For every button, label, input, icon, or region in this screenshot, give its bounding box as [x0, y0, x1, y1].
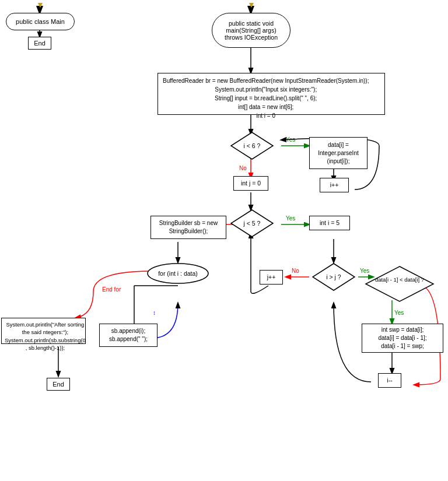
node-int-i5: int i = 5: [309, 216, 350, 230]
svg-text:Yes: Yes: [286, 215, 295, 222]
node-data-i: data[i] = Integer.parseInt (input[i]);: [309, 137, 368, 169]
node-int-j0: int j = 0: [233, 176, 268, 191]
svg-text:No: No: [292, 268, 299, 274]
svg-text:for (int i : data): for (int i : data): [158, 270, 198, 277]
svg-text:Yes: Yes: [286, 136, 295, 143]
svg-text:Yes: Yes: [394, 310, 404, 316]
node-inc-j: j++: [260, 270, 283, 285]
node-loop-for: for (int i : data): [146, 262, 210, 285]
node-init-code: BufferedReader br = new BufferedReader(n…: [158, 73, 385, 115]
node-inc-i: i++: [320, 178, 349, 192]
node-end-1: End: [28, 37, 51, 50]
flowchart-diagram: Yes No Yes No No Yes Yes: [0, 0, 448, 481]
node-end-2: End: [47, 378, 70, 391]
node-cond-i-j: i > j ?: [312, 262, 356, 292]
svg-text:i < 6 ?: i < 6 ?: [244, 142, 261, 149]
node-sb-new: StringBuilder sb = new StringBuilder();: [150, 216, 226, 239]
node-dec-i: i--: [378, 373, 401, 388]
svg-text:End for: End for: [102, 286, 121, 293]
node-swap: int swp = data[i]; data[i] = data[i - 1]…: [362, 324, 443, 353]
svg-text:data[i - 1] < data[i] ?: data[i - 1] < data[i] ?: [375, 276, 424, 283]
svg-text:No: No: [239, 165, 247, 171]
node-sb-append: sb.append(i); sb.append(" ");: [99, 324, 158, 347]
svg-text:↕: ↕: [153, 310, 156, 316]
svg-marker-38: [366, 266, 433, 301]
node-class-main: public class Main: [6, 13, 75, 30]
node-cond-i6: i < 6 ?: [230, 131, 274, 160]
arrow-indicator-center: ▼: [247, 0, 256, 9]
node-print-result: System.out.println("After sorting the sa…: [1, 318, 86, 344]
svg-text:j < 5 ?: j < 5 ?: [243, 220, 261, 227]
svg-text:i > j ?: i > j ?: [326, 273, 341, 280]
node-cond-j5: j < 5 ?: [230, 209, 274, 238]
arrow-indicator-left: ▼: [36, 0, 44, 9]
node-main-method: public static void main(String[] args) t…: [212, 13, 290, 48]
node-cond-data: data[i - 1] < data[i] ?: [365, 265, 435, 303]
